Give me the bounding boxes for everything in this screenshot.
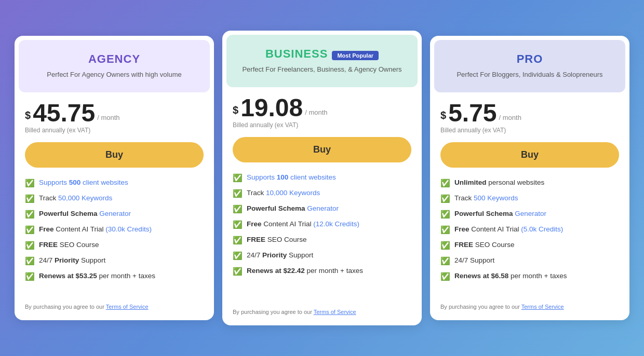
plan-desc-agency: Perfect For Agency Owners with high volu… (29, 70, 199, 79)
buy-button-agency[interactable]: Buy (25, 142, 204, 168)
feature-link[interactable]: Generator (513, 210, 547, 217)
plan-name-agency: AGENCY (29, 52, 199, 66)
check-icon: ✅ (440, 193, 450, 204)
list-item: ✅FREE SEO Course (25, 240, 204, 251)
list-item: ✅24/7 Priority Support (25, 256, 204, 266)
feature-link[interactable]: 50,000 Keywords (58, 194, 112, 202)
feature-text-part: Powerful Schema (39, 210, 98, 217)
check-icon: ✅ (233, 266, 243, 277)
feature-text-part: Renews at $6.58 (454, 272, 508, 280)
feature-text: FREE SEO Course (454, 240, 515, 250)
feature-text: 24/7 Priority Support (39, 256, 105, 266)
list-item: ✅Track 500 Keywords (440, 194, 619, 204)
check-icon: ✅ (25, 240, 35, 251)
feature-text-part: Priority (262, 251, 287, 259)
feature-text: Unlimited personal websites (454, 178, 544, 188)
pricing-container: AGENCYPerfect For Agency Owners with hig… (10, 36, 634, 320)
feature-text-part: Renews at $22.42 (247, 267, 305, 275)
feature-link[interactable]: client websites (81, 179, 128, 186)
feature-text-part: Unlimited (454, 179, 487, 186)
feature-link[interactable]: Supports (247, 173, 277, 181)
check-icon: ✅ (233, 188, 243, 199)
feature-text: Track 500 Keywords (454, 194, 518, 203)
feature-text: Free Content AI Trial (30.0k Credits) (39, 225, 152, 235)
check-icon: ✅ (233, 203, 243, 214)
feature-text-part: Content AI Trial (54, 225, 106, 233)
feature-text-part: per month + taxes (508, 272, 567, 280)
plan-name-business: BUSINESSMost Popular (237, 47, 407, 61)
plan-desc-pro: Perfect For Bloggers, Individuals & Solo… (445, 70, 615, 79)
feature-text: Renews at $6.58 per month + taxes (454, 271, 567, 281)
features-list-agency: ✅Supports 500 client websites✅Track 50,0… (25, 178, 204, 287)
feature-text-part: Content AI Trial (469, 225, 521, 233)
list-item: ✅24/7 Priority Support (233, 251, 411, 261)
check-icon: ✅ (440, 255, 450, 266)
feature-link[interactable]: 100 (277, 173, 289, 181)
feature-link[interactable]: Generator (98, 210, 131, 217)
feature-text-part: FREE (454, 241, 473, 249)
feature-text: Track 10,000 Keywords (247, 188, 320, 198)
price-billing-business: Billed annually (ex VAT) (233, 121, 411, 129)
list-item: ✅Renews at $22.42 per month + taxes (233, 266, 411, 277)
feature-text: FREE SEO Course (39, 240, 99, 250)
feature-link[interactable]: 500 Keywords (474, 194, 518, 202)
list-item: ✅Track 50,000 Keywords (25, 194, 204, 204)
list-item: ✅FREE SEO Course (440, 240, 619, 251)
price-main-business: 19.08 (240, 95, 303, 120)
check-icon: ✅ (233, 219, 243, 230)
feature-link[interactable]: Supports (39, 179, 69, 186)
price-period-pro: / month (499, 114, 521, 121)
tos-text-business: By purchasing you agree to our Terms of … (222, 309, 422, 315)
list-item: ✅Renews at $6.58 per month + taxes (440, 271, 619, 282)
check-icon: ✅ (440, 177, 450, 188)
list-item: ✅Supports 100 client websites (233, 173, 411, 183)
feature-text-part: Track (39, 194, 58, 202)
feature-text-part: FREE (247, 236, 265, 243)
tos-link[interactable]: Terms of Service (521, 304, 564, 310)
tos-link[interactable]: Terms of Service (106, 304, 149, 310)
feature-text-part: personal websites (487, 179, 545, 186)
feature-text: Powerful Schema Generator (454, 209, 546, 219)
feature-link[interactable]: (5.0k Credits) (521, 225, 563, 233)
buy-button-business[interactable]: Buy (233, 137, 411, 162)
price-row-agency: $45.75/ month (25, 101, 204, 126)
feature-link[interactable]: 500 (69, 179, 81, 186)
feature-text-part: SEO Course (58, 241, 99, 249)
feature-link[interactable]: (12.0k Credits) (313, 220, 359, 228)
list-item: ✅24/7 Support (440, 256, 619, 266)
pricing-card-pro: PROPerfect For Bloggers, Individuals & S… (430, 36, 629, 320)
check-icon: ✅ (233, 235, 243, 245)
list-item: ✅Supports 500 client websites (25, 178, 204, 188)
list-item: ✅Free Content AI Trial (12.0k Credits) (233, 220, 411, 230)
feature-text-part: 24/7 (39, 256, 55, 264)
feature-link[interactable]: (30.0k Credits) (105, 225, 152, 233)
card-header-business: BUSINESSMost PopularPerfect For Freelanc… (226, 35, 418, 87)
check-icon: ✅ (25, 193, 35, 204)
list-item: ✅Free Content AI Trial (5.0k Credits) (440, 225, 619, 235)
feature-text-part: Free (247, 220, 262, 228)
check-icon: ✅ (440, 209, 450, 220)
check-icon: ✅ (25, 177, 35, 188)
check-icon: ✅ (25, 271, 35, 282)
pricing-body-business: $19.08/ monthBilled annually (ex VAT)Buy… (222, 87, 422, 300)
feature-link[interactable]: Generator (305, 204, 339, 212)
list-item: ✅Powerful Schema Generator (233, 204, 411, 214)
tos-link[interactable]: Terms of Service (314, 309, 356, 315)
buy-button-pro[interactable]: Buy (440, 142, 619, 168)
feature-link[interactable]: client websites (288, 173, 336, 181)
plan-desc-business: Perfect For Freelancers, Business, & Age… (237, 65, 407, 74)
check-icon: ✅ (440, 271, 450, 282)
feature-text-part: Renews at $53.25 (39, 272, 97, 280)
feature-text: Renews at $22.42 per month + taxes (247, 266, 363, 276)
list-item: ✅FREE SEO Course (233, 235, 411, 245)
most-popular-badge: Most Popular (332, 51, 379, 60)
feature-link[interactable]: 10,000 Keywords (266, 189, 320, 197)
feature-text-part: per month + taxes (305, 267, 363, 275)
tos-text-pro: By purchasing you agree to our Terms of … (430, 304, 629, 310)
list-item: ✅Powerful Schema Generator (440, 209, 619, 220)
feature-text-part: Free (39, 225, 54, 233)
check-icon: ✅ (233, 250, 243, 261)
feature-text-part: Support (287, 251, 313, 259)
price-dollar-agency: $ (25, 109, 31, 121)
price-row-business: $19.08/ month (233, 95, 411, 120)
